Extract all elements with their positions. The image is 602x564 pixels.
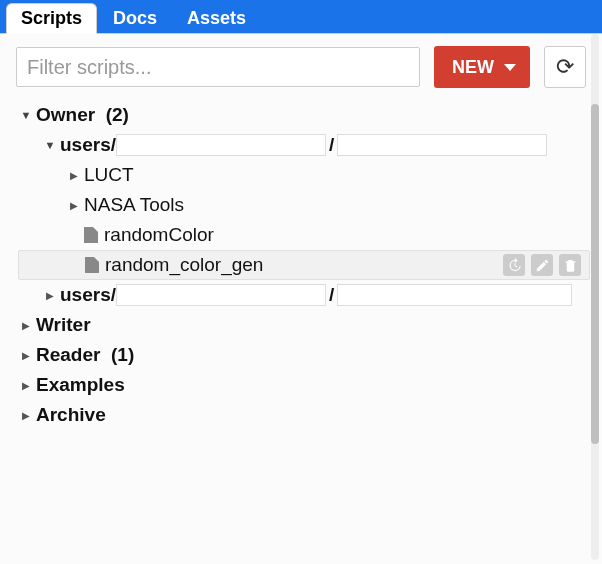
edit-icon[interactable] [531, 254, 553, 276]
path-separator: / [329, 134, 334, 156]
tree-node-random-color[interactable]: randomColor [18, 220, 590, 250]
tree-node-luct[interactable]: LUCT [18, 160, 590, 190]
tree-label: Writer [36, 314, 91, 336]
redacted-segment [116, 284, 326, 306]
script-tree: Owner (2) users/ / LUCT NASA Tools rando… [0, 100, 602, 430]
tree-node-examples[interactable]: Examples [18, 370, 590, 400]
file-icon [85, 257, 99, 273]
tree-node-owner[interactable]: Owner (2) [18, 100, 590, 130]
tree-node-random-color-gen[interactable]: random_color_gen [18, 250, 590, 280]
delete-icon[interactable] [559, 254, 581, 276]
collapse-icon [66, 200, 82, 211]
tree-label: random_color_gen [105, 254, 263, 276]
expand-icon [42, 139, 58, 151]
redacted-segment [337, 134, 547, 156]
tree-label: Owner [36, 104, 95, 126]
redacted-segment [116, 134, 326, 156]
file-icon [84, 227, 98, 243]
new-button-label: NEW [452, 57, 494, 78]
expand-icon [18, 109, 34, 121]
tree-node-writer[interactable]: Writer [18, 310, 590, 340]
tree-label: Archive [36, 404, 106, 426]
tree-label: users/ [60, 284, 116, 306]
tree-label: Reader [36, 344, 100, 366]
scrollbar-thumb[interactable] [591, 104, 599, 444]
tree-node-users-1[interactable]: users/ / [18, 130, 590, 160]
new-button[interactable]: NEW [434, 46, 530, 88]
tree-node-archive[interactable]: Archive [18, 400, 590, 430]
path-separator: / [329, 284, 334, 306]
tree-node-nasa-tools[interactable]: NASA Tools [18, 190, 590, 220]
tab-docs[interactable]: Docs [99, 4, 171, 33]
tab-scripts[interactable]: Scripts [6, 3, 97, 34]
row-actions [503, 254, 581, 276]
tab-bar: Scripts Docs Assets [0, 0, 602, 34]
tree-node-reader[interactable]: Reader (1) [18, 340, 590, 370]
tree-count: (2) [106, 104, 129, 126]
collapse-icon [42, 290, 58, 301]
collapse-icon [18, 350, 34, 361]
chevron-down-icon [504, 64, 516, 71]
refresh-button[interactable]: ⟳ [544, 46, 586, 88]
collapse-icon [18, 380, 34, 391]
tree-label: LUCT [84, 164, 134, 186]
tab-assets[interactable]: Assets [173, 4, 260, 33]
toolbar: NEW ⟳ [0, 34, 602, 100]
collapse-icon [18, 410, 34, 421]
tree-label: Examples [36, 374, 125, 396]
filter-scripts-input[interactable] [16, 47, 420, 87]
history-icon[interactable] [503, 254, 525, 276]
collapse-icon [66, 170, 82, 181]
tree-label: randomColor [104, 224, 214, 246]
scrollbar[interactable] [591, 34, 599, 560]
tree-count: (1) [111, 344, 134, 366]
collapse-icon [18, 320, 34, 331]
tree-label: users/ [60, 134, 116, 156]
refresh-icon: ⟳ [556, 54, 574, 80]
redacted-segment [337, 284, 572, 306]
tree-label: NASA Tools [84, 194, 184, 216]
tree-node-users-2[interactable]: users/ / [18, 280, 590, 310]
